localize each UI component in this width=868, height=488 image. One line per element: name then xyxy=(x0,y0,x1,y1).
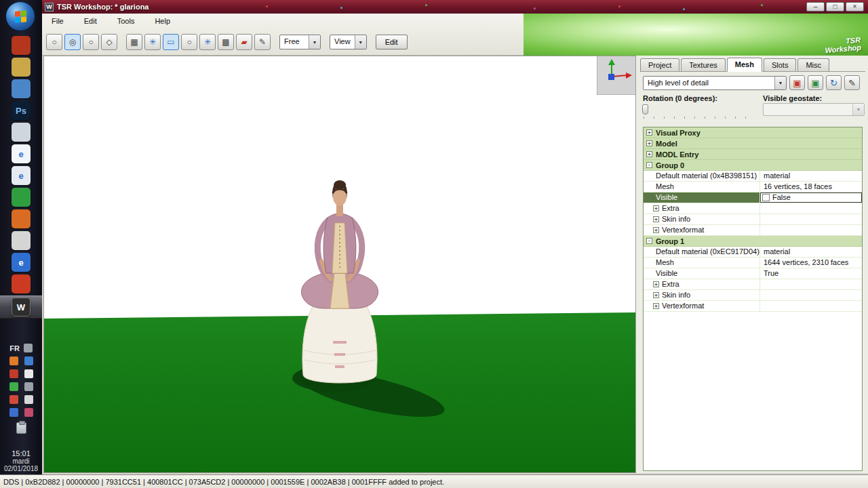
media-player-icon[interactable] xyxy=(0,35,42,56)
import-mesh-button[interactable]: ▣ xyxy=(808,75,823,90)
property-value[interactable]: 1644 vertices, 2310 faces xyxy=(760,258,862,268)
red-app-icon[interactable] xyxy=(0,274,42,294)
rotation-slider[interactable] xyxy=(642,104,755,119)
grid-row-modl-entry[interactable]: + MODL Entry xyxy=(644,149,862,160)
tray-icon[interactable] xyxy=(24,395,33,404)
expand-icon[interactable]: + xyxy=(646,151,652,157)
property-value[interactable]: material xyxy=(760,171,862,181)
refresh-mesh-button[interactable]: ↻ xyxy=(826,75,842,90)
diamond-tool-button[interactable]: ◇ xyxy=(101,34,117,50)
utility-icon[interactable] xyxy=(0,230,42,251)
expand-icon[interactable]: + xyxy=(653,205,659,211)
keyboard-icon[interactable] xyxy=(24,344,33,352)
maximize-button[interactable]: □ xyxy=(826,2,844,12)
grid-row-vertexformat-0[interactable]: + Vertexformat xyxy=(644,225,862,236)
grid-row-vertexformat-1[interactable]: + Vertexformat xyxy=(644,301,862,312)
grid-row-default-material-1[interactable]: Default material (0xEC917D04) material xyxy=(644,247,862,258)
expand-icon[interactable]: + xyxy=(653,216,659,222)
snap-toggle-button[interactable]: ✳ xyxy=(144,34,161,50)
expand-icon[interactable]: + xyxy=(653,227,659,233)
edit-mesh-button[interactable]: ✎ xyxy=(844,75,860,90)
photos-icon[interactable] xyxy=(0,79,42,99)
tray-icon[interactable] xyxy=(9,369,18,378)
property-value[interactable]: material xyxy=(760,247,862,257)
grid-row-skin-info-0[interactable]: + Skin info xyxy=(644,214,862,225)
wireframe-toggle-button[interactable]: ○ xyxy=(181,34,197,50)
rotate-tool-button[interactable]: ◎ xyxy=(64,34,81,50)
tab-project[interactable]: Project xyxy=(640,58,679,71)
tray-icon[interactable] xyxy=(24,408,33,417)
expand-icon[interactable]: + xyxy=(653,281,659,287)
folder-icon[interactable] xyxy=(0,57,42,77)
tray-icon[interactable] xyxy=(24,369,33,378)
menu-help[interactable]: Help xyxy=(153,16,172,26)
lighting-toggle-button[interactable]: ✳ xyxy=(199,34,216,50)
checkbox-icon[interactable] xyxy=(762,194,770,201)
minimize-button[interactable]: – xyxy=(806,2,825,12)
tray-icon[interactable] xyxy=(9,408,18,417)
tab-misc[interactable]: Misc xyxy=(797,58,829,71)
tsr-workshop-taskbar-icon[interactable]: W xyxy=(0,296,42,319)
menu-tools[interactable]: Tools xyxy=(116,16,136,26)
notes-icon[interactable] xyxy=(0,122,42,142)
grid-row-group-0[interactable]: - Group 0 xyxy=(644,160,862,171)
grid-row-visible-1[interactable]: Visible True xyxy=(644,268,862,279)
tray-icon[interactable] xyxy=(24,357,33,365)
tab-textures[interactable]: Textures xyxy=(681,58,726,71)
grid-row-extra-1[interactable]: + Extra xyxy=(644,279,862,290)
3d-viewport[interactable] xyxy=(43,56,636,473)
grid-row-skin-info-1[interactable]: + Skin info xyxy=(644,290,862,301)
close-button[interactable]: × xyxy=(846,2,864,12)
menu-edit[interactable]: Edit xyxy=(83,16,98,26)
tray-icon[interactable] xyxy=(9,382,18,391)
grid-row-visible-0[interactable]: Visible False xyxy=(644,192,862,203)
mesh-property-grid[interactable]: + Visual Proxy + Model + MODL Entry - Gr… xyxy=(643,127,863,471)
export-mesh-button[interactable]: ▣ xyxy=(789,75,805,90)
grid-toggle-button[interactable]: ▦ xyxy=(126,34,142,50)
clipboard-icon[interactable] xyxy=(16,422,26,434)
collapse-icon[interactable]: - xyxy=(646,162,652,168)
tab-slots[interactable]: Slots xyxy=(764,58,796,71)
viewport-mode-button[interactable]: ▭ xyxy=(163,34,179,50)
start-button[interactable] xyxy=(5,1,35,31)
menu-file[interactable]: File xyxy=(50,16,65,26)
slider-thumb[interactable] xyxy=(642,104,648,115)
grid-row-model[interactable]: + Model xyxy=(644,138,862,149)
browser-icon[interactable]: e xyxy=(0,252,42,272)
geostate-dropdown[interactable]: ▼ xyxy=(763,103,865,116)
clock[interactable]: 15:01 mardi 02/01/2018 xyxy=(0,449,42,472)
property-value[interactable]: True xyxy=(760,268,862,279)
photoshop-icon[interactable]: Ps xyxy=(0,100,42,121)
select-tool-button[interactable]: ○ xyxy=(46,34,62,50)
pencil-tool-button[interactable]: ✎ xyxy=(254,34,271,50)
chevron-down-icon[interactable]: ▼ xyxy=(355,35,366,49)
grid-row-mesh-0[interactable]: Mesh 16 vertices, 18 faces xyxy=(644,182,862,192)
title-bar[interactable]: W TSR Workshop: * glariona – □ × xyxy=(42,0,868,14)
grid-row-visual-proxy[interactable]: + Visual Proxy xyxy=(644,127,862,138)
view-dropdown[interactable]: View ▼ xyxy=(330,35,367,49)
mail-icon[interactable]: e xyxy=(0,165,42,186)
tab-mesh[interactable]: Mesh xyxy=(727,58,762,72)
expand-icon[interactable]: + xyxy=(653,303,659,309)
property-value[interactable]: 16 vertices, 18 faces xyxy=(760,182,862,192)
tray-icon[interactable] xyxy=(9,357,18,365)
grid-row-group-1[interactable]: - Group 1 xyxy=(644,236,862,247)
firefox-icon[interactable] xyxy=(0,209,42,229)
scale-tool-button[interactable]: ○ xyxy=(83,34,99,50)
visible-value-editor[interactable]: False xyxy=(760,192,862,203)
grid-row-mesh-1[interactable]: Mesh 1644 vertices, 2310 faces xyxy=(644,258,862,268)
grid-row-default-material-0[interactable]: Default material (0x4B398151) material xyxy=(644,171,862,182)
shading-toggle-button[interactable]: ▩ xyxy=(218,34,234,50)
expand-icon[interactable]: + xyxy=(646,140,652,146)
chevron-down-icon[interactable]: ▼ xyxy=(309,35,320,49)
green-app-icon[interactable] xyxy=(0,187,42,207)
chevron-down-icon[interactable]: ▼ xyxy=(774,77,786,89)
expand-icon[interactable]: + xyxy=(646,129,652,136)
tray-icon[interactable] xyxy=(9,395,18,404)
camera-mode-dropdown[interactable]: Free ▼ xyxy=(279,35,321,49)
tray-icon[interactable] xyxy=(24,382,33,391)
grid-row-extra-0[interactable]: + Extra xyxy=(644,203,862,214)
expand-icon[interactable]: + xyxy=(653,292,659,298)
marker-tool-button[interactable]: ▰ xyxy=(236,34,252,50)
language-indicator[interactable]: FR xyxy=(9,344,20,352)
